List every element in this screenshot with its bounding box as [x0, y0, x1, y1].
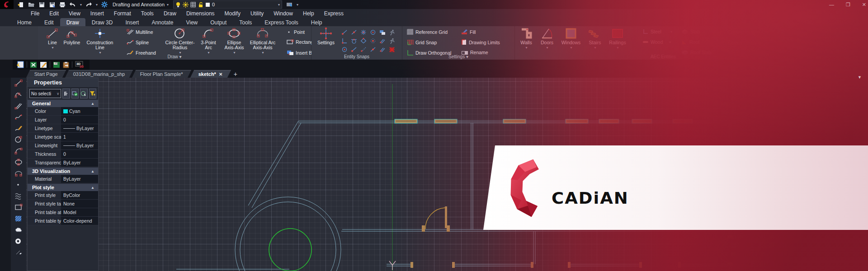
ellipse-tool-icon[interactable] [14, 158, 23, 167]
line-tool-icon[interactable] [14, 79, 23, 88]
multiline-button[interactable]: Multiline [127, 29, 153, 35]
draw-panel-label[interactable]: Draw ▾ [38, 54, 311, 59]
gear-icon[interactable] [101, 1, 108, 8]
section-header-plot-style[interactable]: Plot style▲ [28, 183, 98, 191]
spline-tool-icon[interactable] [14, 112, 23, 121]
menu-item-format[interactable]: Format [109, 9, 136, 18]
ribbon-tab-edit[interactable]: Edit [38, 18, 60, 26]
polyline-button[interactable]: Polyline [61, 28, 82, 45]
menu-item-view[interactable]: View [64, 9, 85, 18]
layer-unlock-icon[interactable] [198, 2, 203, 8]
freehand-tool-icon[interactable] [14, 124, 23, 133]
menu-item-window[interactable]: Window [269, 9, 297, 18]
elliptical-arc-button[interactable]: Elliptical Arc Axis-Axis ▾ [249, 28, 277, 55]
property-row[interactable]: Thickness0 [28, 150, 98, 159]
property-row[interactable]: MaterialByLayer [28, 175, 98, 183]
doc-tab-floor-plan-sample-[interactable]: Floor Plan Sample* [132, 70, 191, 78]
redo-icon[interactable] [85, 1, 92, 8]
ribbon-tab-tools[interactable]: Tools [233, 18, 258, 26]
menu-item-help[interactable]: Help [298, 9, 319, 18]
restore-button[interactable]: ❐ [846, 2, 850, 8]
collapse-icon[interactable]: ▲ [91, 102, 94, 106]
point-tool-icon[interactable] [14, 180, 23, 189]
save-as-icon[interactable] [48, 1, 56, 8]
snap-perpendicular-icon[interactable] [340, 37, 349, 45]
stairs-button[interactable]: Stairs ▾ [585, 28, 604, 50]
notes-editor-icon[interactable] [40, 61, 47, 68]
snap-point-filter-icon[interactable] [368, 45, 377, 54]
doc-tab-031d08-marina-p-shp[interactable]: 031D08_marina_p_shp [65, 70, 133, 78]
convert-to-wall-button[interactable]: Convert to Wall [719, 29, 760, 35]
snap-extension-icon[interactable] [340, 45, 349, 54]
menu-item-file[interactable]: File [26, 9, 44, 18]
grid-snap-button[interactable]: Grid Snap [407, 39, 437, 45]
multiline-tool-icon[interactable] [14, 101, 23, 110]
section-header-3d-visualization[interactable]: 3D Visualization▲ [28, 167, 98, 175]
collapse-icon[interactable]: ▲ [91, 186, 94, 190]
snap-apparent-intersection-icon[interactable] [349, 45, 359, 54]
menu-item-express[interactable]: Express [320, 9, 348, 18]
script-editor-icon[interactable] [16, 61, 24, 68]
snap-nearest-icon[interactable] [387, 28, 396, 37]
ellipse-button[interactable]: Ellipse Axis-Axis ▾ [222, 28, 247, 55]
menu-item-draw[interactable]: Draw [159, 9, 181, 18]
polyline-tool-icon[interactable] [14, 90, 23, 99]
doors-button[interactable]: Doors ▾ [538, 28, 557, 50]
property-row[interactable]: Print style tableNone [28, 200, 98, 208]
ribbon-tab-express-tools[interactable]: Express Tools [258, 18, 304, 26]
snap-from-icon[interactable] [359, 45, 368, 54]
highlighted-circle[interactable] [269, 229, 311, 271]
layer-selector[interactable]: 0 ▾ [212, 2, 280, 7]
menu-item-tools[interactable]: Tools [137, 9, 158, 18]
entity-snaps-panel-label[interactable]: Entity Snaps [311, 54, 402, 59]
close-button[interactable]: ✕ [862, 2, 866, 8]
fill-button[interactable]: Fill [461, 29, 476, 35]
layer-color-swatch[interactable] [205, 2, 210, 7]
property-row[interactable]: Linetype scale1 [28, 133, 98, 141]
filter-button[interactable] [89, 89, 97, 98]
snap-endpoint-icon[interactable] [340, 28, 349, 37]
selection-type-dropdown[interactable]: No selecti ∨ [29, 89, 61, 98]
drawing-limits-button[interactable]: Drawing Limits [461, 39, 500, 45]
snap-parallel-icon[interactable] [377, 37, 387, 45]
convert-to-slab-button[interactable]: Convert to Slab [719, 39, 760, 45]
ribbon-tab-annotate[interactable]: Annotate [145, 18, 179, 26]
walls-button[interactable]: Walls ▾ [517, 28, 536, 50]
quick-select-button[interactable] [71, 89, 79, 98]
spell-check-icon[interactable]: ABC [53, 61, 60, 68]
ribbon-collapse-icon[interactable]: ▼ [858, 75, 862, 79]
slab-button[interactable]: Slab [681, 29, 700, 34]
donut-tool-icon[interactable] [14, 237, 23, 246]
railings-button[interactable]: Railings ▾ [606, 28, 629, 50]
section-line-button[interactable]: Section Line [771, 29, 805, 35]
print-icon[interactable] [59, 1, 66, 8]
arc-tool-icon[interactable] [14, 146, 23, 155]
circle-button[interactable]: Circle Center-Radius ▾ [165, 28, 195, 55]
steel-button[interactable]: Steel ▾ [642, 29, 672, 34]
tab-close-icon[interactable]: ✕ [219, 72, 222, 77]
wipeout-tool-icon[interactable] [14, 248, 23, 257]
menu-item-insert[interactable]: Insert [86, 9, 108, 18]
rectangle-tool-icon[interactable] [14, 203, 23, 212]
snap-midpoint-icon[interactable] [349, 28, 359, 37]
property-row[interactable]: Print table att...Model [28, 208, 98, 217]
three-point-arc-button[interactable]: 3-Point Arc ▾ [197, 28, 220, 55]
reference-grid-button[interactable]: Reference Grid [407, 29, 448, 35]
ribbon-tab-insert[interactable]: Insert [119, 18, 145, 26]
ribbon-tab-draw-3d[interactable]: Draw 3D [85, 18, 119, 26]
menu-item-utility[interactable]: Utility [246, 9, 268, 18]
property-row[interactable]: TransparencyByLayer [28, 159, 98, 167]
excel-export-icon[interactable] [30, 61, 37, 68]
ribbon-tab-output[interactable]: Output [204, 18, 233, 26]
open-file-icon[interactable] [28, 1, 35, 8]
snap-settings-button[interactable]: Settings [315, 28, 337, 45]
windows-button[interactable]: Windows ▾ [558, 28, 584, 50]
property-row[interactable]: Print table typeColor-depend [28, 217, 98, 225]
snap-mark-icon[interactable] [377, 45, 387, 54]
plot-style-control[interactable]: ▾ [286, 1, 298, 8]
property-list-button[interactable] [62, 89, 70, 98]
layer-grid-icon[interactable] [190, 2, 196, 8]
workspace-selector[interactable]: Drafting and Annotation ▾ [113, 2, 169, 7]
ribbon-tab-view[interactable]: View [179, 18, 204, 26]
snap-insert-icon[interactable] [377, 28, 387, 37]
